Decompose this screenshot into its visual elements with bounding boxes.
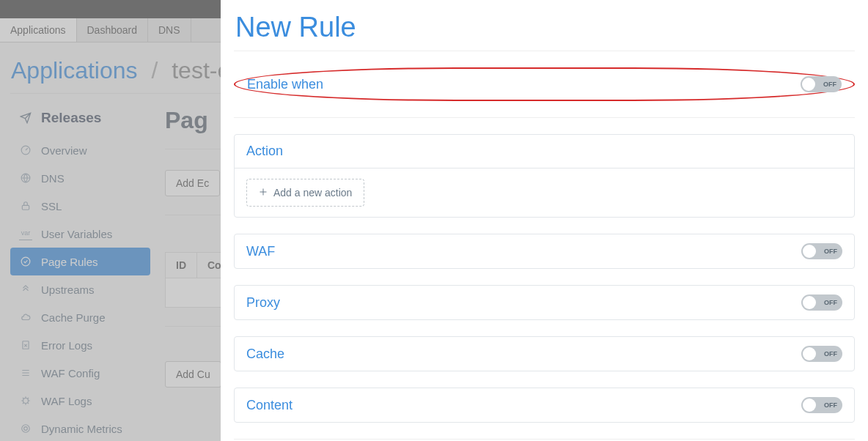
new-rule-modal: New Rule Enable when OFF Action Add a ne… [221, 0, 868, 441]
toggle-knob [803, 347, 816, 360]
toggle-content[interactable]: OFF [801, 397, 842, 413]
toggle-proxy[interactable]: OFF [801, 294, 842, 311]
toggle-waf[interactable]: OFF [801, 243, 842, 259]
section-waf: WAF OFF [234, 234, 855, 269]
add-action-button[interactable]: Add a new action [246, 179, 364, 207]
section-content: Content OFF [234, 388, 855, 423]
section-label: Action [246, 144, 283, 159]
toggle-state-label: OFF [824, 248, 837, 255]
toggle-enable-when[interactable]: OFF [801, 76, 842, 92]
section-label: Proxy [246, 295, 280, 311]
section-label: Enable when [247, 77, 323, 92]
section-label: Cache [246, 346, 284, 362]
toggle-knob [803, 399, 816, 412]
section-cache: Cache OFF [234, 336, 855, 371]
section-action: Action Add a new action [234, 134, 855, 218]
toggle-state-label: OFF [824, 299, 837, 306]
add-action-label: Add a new action [273, 187, 352, 199]
toggle-knob [802, 78, 815, 91]
section-proxy: Proxy OFF [234, 285, 855, 320]
toggle-state-label: OFF [824, 401, 837, 409]
toggle-state-label: OFF [823, 81, 836, 88]
modal-title: New Rule [234, 0, 855, 51]
toggle-cache[interactable]: OFF [801, 346, 842, 362]
toggle-knob [803, 296, 816, 309]
toggle-knob [803, 245, 816, 258]
section-label: Content [246, 398, 293, 413]
plus-icon [259, 187, 268, 199]
section-label: WAF [246, 244, 275, 259]
section-enable-when: Enable when OFF [234, 67, 855, 101]
toggle-state-label: OFF [824, 350, 837, 357]
